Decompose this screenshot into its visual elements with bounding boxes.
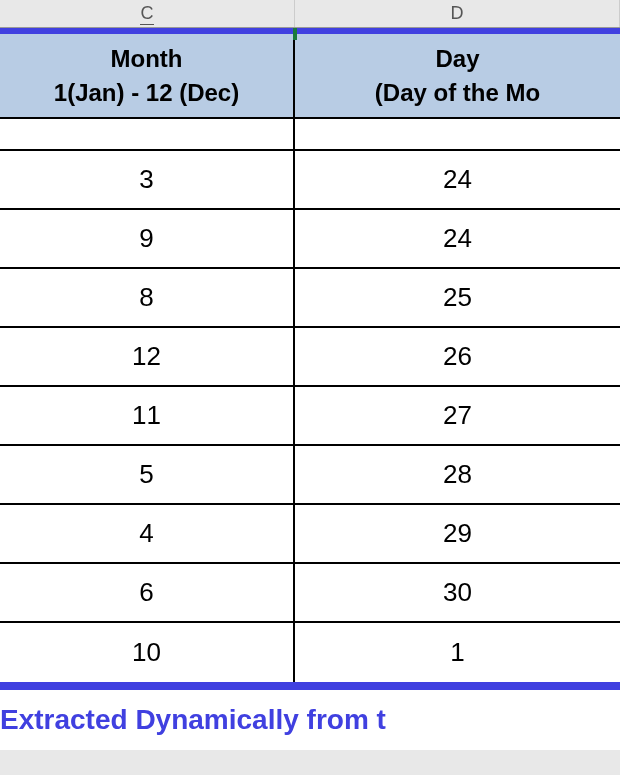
- day-cell[interactable]: 25: [295, 269, 620, 326]
- table-row: 3 24: [0, 151, 620, 210]
- table-row: 12 26: [0, 328, 620, 387]
- table-row: 8 25: [0, 269, 620, 328]
- month-cell[interactable]: 9: [0, 210, 295, 267]
- table-row: 6 30: [0, 564, 620, 623]
- header-cell-day[interactable]: Day (Day of the Mo: [295, 34, 620, 119]
- table-header-row: Month 1(Jan) - 12 (Dec) Day (Day of the …: [0, 34, 620, 119]
- footer-text-content: Extracted Dynamically from t: [0, 704, 386, 736]
- column-d-label: D: [451, 3, 464, 24]
- day-cell[interactable]: 28: [295, 446, 620, 503]
- column-c-label: C: [141, 3, 154, 24]
- column-header-c[interactable]: C: [0, 0, 295, 27]
- month-cell[interactable]: 10: [0, 623, 295, 682]
- month-header-line2: 1(Jan) - 12 (Dec): [54, 76, 239, 110]
- day-cell[interactable]: 29: [295, 505, 620, 562]
- month-cell[interactable]: 12: [0, 328, 295, 385]
- header-cell-month[interactable]: Month 1(Jan) - 12 (Dec): [0, 34, 295, 119]
- data-rows-container: 3 24 9 24 8 25 12 26 11 27 5 28 4 29 6 3…: [0, 151, 620, 682]
- table-bottom-border: [0, 682, 620, 690]
- table-row: 5 28: [0, 446, 620, 505]
- day-header-line2: (Day of the Mo: [375, 76, 540, 110]
- separator-row: [0, 119, 620, 151]
- day-header-line1: Day: [435, 42, 479, 76]
- month-cell[interactable]: 4: [0, 505, 295, 562]
- day-cell[interactable]: 30: [295, 564, 620, 621]
- day-cell[interactable]: 26: [295, 328, 620, 385]
- spreadsheet-column-headers: C D: [0, 0, 620, 28]
- table-row: 9 24: [0, 210, 620, 269]
- month-cell[interactable]: 6: [0, 564, 295, 621]
- day-cell[interactable]: 1: [295, 623, 620, 682]
- day-cell[interactable]: 24: [295, 210, 620, 267]
- day-cell[interactable]: 27: [295, 387, 620, 444]
- table-row: 4 29: [0, 505, 620, 564]
- separator-cell-d[interactable]: [295, 119, 620, 149]
- separator-cell-c[interactable]: [0, 119, 295, 149]
- month-cell[interactable]: 8: [0, 269, 295, 326]
- footer-caption: Extracted Dynamically from t: [0, 690, 620, 750]
- day-cell[interactable]: 24: [295, 151, 620, 208]
- column-header-d[interactable]: D: [295, 0, 620, 27]
- month-cell[interactable]: 3: [0, 151, 295, 208]
- month-header-line1: Month: [111, 42, 183, 76]
- table-row: 10 1: [0, 623, 620, 682]
- month-cell[interactable]: 5: [0, 446, 295, 503]
- selection-indicator: [293, 28, 297, 40]
- month-cell[interactable]: 11: [0, 387, 295, 444]
- column-c-underline: [140, 24, 154, 25]
- table-row: 11 27: [0, 387, 620, 446]
